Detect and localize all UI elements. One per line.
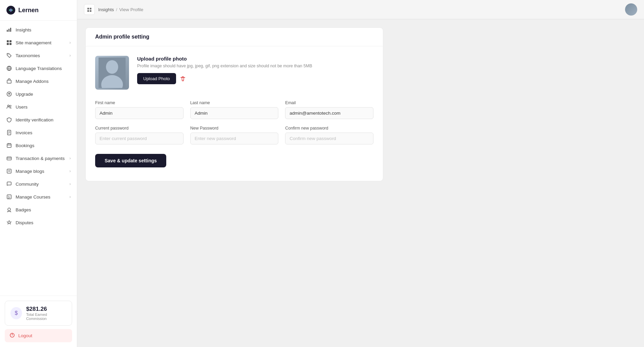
svg-rect-2 <box>8 29 9 32</box>
breadcrumb-current: View Profile <box>119 7 143 12</box>
svg-rect-18 <box>7 144 11 147</box>
commission-amount: $281.26 <box>26 306 66 313</box>
profile-photo-placeholder <box>99 57 126 88</box>
sidebar-item-manage-courses[interactable]: Manage Courses › <box>0 190 77 203</box>
card-body: Upload profile photo Profile image shoul… <box>86 46 383 167</box>
sidebar-label-manage-blogs: Manage blogs <box>16 169 66 174</box>
sidebar-label-identity-verification: Identity verification <box>16 117 71 122</box>
sidebar-item-manage-blogs[interactable]: Manage blogs › <box>0 165 77 178</box>
sidebar-item-taxonomies[interactable]: Taxonomies › <box>0 49 77 62</box>
chevron-right-icon: › <box>69 194 71 199</box>
chart-icon <box>6 27 12 33</box>
topbar: Insights / View Profile <box>77 0 644 19</box>
last-name-label: Last name <box>190 100 279 105</box>
payment-icon <box>6 155 12 161</box>
form-row-basic: First name Last name Email <box>95 100 373 119</box>
svg-point-38 <box>106 60 118 74</box>
first-name-group: First name <box>95 100 184 119</box>
logo-icon <box>6 5 16 15</box>
sidebar-label-upgrade: Upgrade <box>16 92 71 97</box>
svg-point-8 <box>8 54 8 55</box>
power-icon <box>9 332 15 339</box>
sidebar-item-identity-verification[interactable]: Identity verification <box>0 113 77 126</box>
sidebar-item-disputes[interactable]: Disputes <box>0 216 77 229</box>
first-name-label: First name <box>95 100 184 105</box>
sidebar-item-community[interactable]: Community › <box>0 178 77 190</box>
tag-icon <box>6 52 12 59</box>
chevron-right-icon: › <box>69 156 71 161</box>
sidebar-item-users[interactable]: Users <box>0 100 77 113</box>
current-password-label: Current password <box>95 126 184 131</box>
email-input[interactable] <box>285 107 373 119</box>
logout-button[interactable]: Logout <box>5 329 72 342</box>
sidebar: Lernen Insights Site management › Taxono… <box>0 0 77 347</box>
last-name-input[interactable] <box>190 107 279 119</box>
menu-toggle-button[interactable] <box>84 4 95 15</box>
svg-rect-24 <box>7 169 11 173</box>
svg-rect-7 <box>9 43 12 45</box>
grid-icon <box>6 40 12 46</box>
sidebar-item-language-translations[interactable]: Language Translations <box>0 62 77 75</box>
new-password-group: New Password <box>190 126 279 144</box>
invoice-icon <box>6 130 12 136</box>
last-name-group: Last name <box>190 100 279 119</box>
sidebar-label-disputes: Disputes <box>16 220 71 225</box>
sidebar-nav: Insights Site management › Taxonomies › … <box>0 21 77 296</box>
breadcrumb-parent[interactable]: Insights <box>98 7 114 12</box>
current-password-group: Current password <box>95 126 184 144</box>
confirm-password-label: Confirm new password <box>285 126 373 131</box>
sidebar-label-community: Community <box>16 182 66 187</box>
svg-rect-5 <box>9 40 12 42</box>
sidebar-label-badges: Badges <box>16 207 71 212</box>
sidebar-item-bookings[interactable]: Bookings <box>0 139 77 152</box>
topbar-right <box>625 3 637 16</box>
upload-photo-button[interactable]: Upload Photo <box>137 73 176 84</box>
sidebar-item-manage-addons[interactable]: Manage Addons <box>0 75 77 88</box>
svg-rect-10 <box>7 80 11 83</box>
dollar-icon: $ <box>10 307 22 319</box>
first-name-input[interactable] <box>95 107 184 119</box>
photo-section: Upload profile photo Profile image shoul… <box>95 56 373 90</box>
sidebar-item-upgrade[interactable]: Upgrade <box>0 88 77 100</box>
chevron-right-icon: › <box>69 53 71 58</box>
svg-rect-3 <box>10 28 11 32</box>
app-name: Lernen <box>18 7 39 14</box>
sidebar-label-manage-addons: Manage Addons <box>16 79 71 84</box>
svg-rect-34 <box>90 8 91 9</box>
svg-point-12 <box>8 105 9 107</box>
breadcrumb-separator: / <box>116 7 117 12</box>
sidebar-label-transaction-payments: Transaction & payments <box>16 156 66 161</box>
commission-label: Total Earned Commission <box>26 313 66 321</box>
sidebar-item-site-management[interactable]: Site management › <box>0 36 77 49</box>
new-password-label: New Password <box>190 126 279 131</box>
delete-photo-button[interactable] <box>179 75 186 82</box>
save-settings-button[interactable]: Save & update settings <box>95 154 166 167</box>
sidebar-item-badges[interactable]: Badges <box>0 203 77 216</box>
svg-rect-4 <box>7 40 9 42</box>
profile-settings-card: Admin profile setting <box>85 27 383 181</box>
svg-rect-1 <box>7 30 8 32</box>
current-password-input[interactable] <box>95 133 184 144</box>
chevron-right-icon: › <box>69 182 71 186</box>
user-avatar[interactable] <box>625 3 637 16</box>
trash-icon <box>179 75 186 82</box>
new-password-input[interactable] <box>190 133 279 144</box>
upgrade-icon <box>6 91 12 97</box>
svg-rect-22 <box>7 157 12 160</box>
photo-description: Profile image should have jpg, jpeg, gif… <box>137 64 373 68</box>
profile-image-preview <box>95 56 129 90</box>
disputes-icon <box>6 219 12 226</box>
confirm-password-input[interactable] <box>285 133 373 144</box>
sidebar-label-site-management: Site management <box>16 40 66 45</box>
commission-card: $ $281.26 Total Earned Commission <box>5 301 72 326</box>
sidebar-item-invoices[interactable]: Invoices <box>0 126 77 139</box>
form-row-password: Current password New Password Confirm ne… <box>95 126 373 144</box>
sidebar-bottom: $ $281.26 Total Earned Commission Logout <box>0 296 77 347</box>
sidebar-item-insights[interactable]: Insights <box>0 23 77 36</box>
package-icon <box>6 78 12 84</box>
photo-title: Upload profile photo <box>137 56 373 62</box>
sidebar-item-transaction-payments[interactable]: Transaction & payments › <box>0 152 77 165</box>
svg-point-13 <box>10 105 11 107</box>
menu-icon <box>87 7 92 12</box>
sidebar-label-invoices: Invoices <box>16 130 71 135</box>
